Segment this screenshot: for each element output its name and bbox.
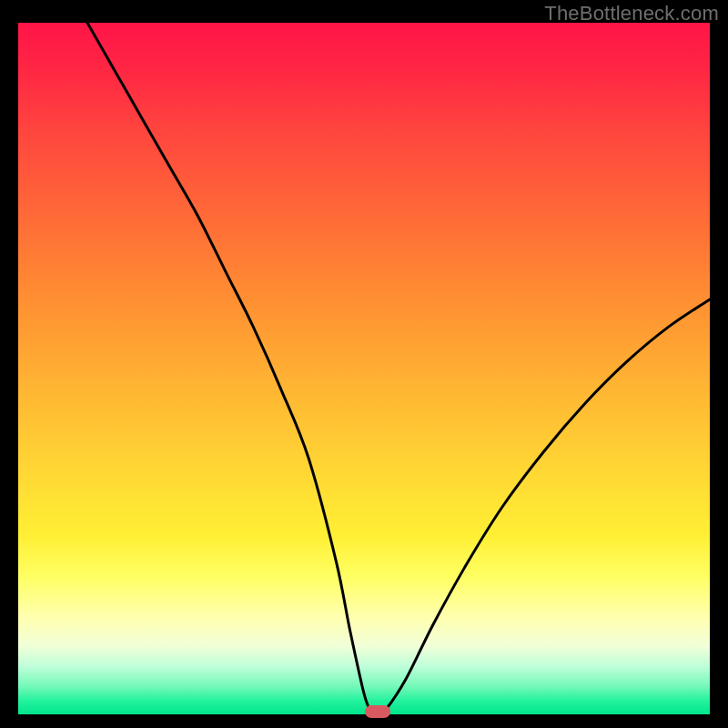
plot-area [18,23,710,714]
curve-layer [18,23,710,714]
chart-frame: TheBottleneck.com [0,0,728,728]
watermark-text: TheBottleneck.com [544,2,719,25]
bottleneck-curve [87,23,710,714]
optimal-point-marker [365,705,390,718]
